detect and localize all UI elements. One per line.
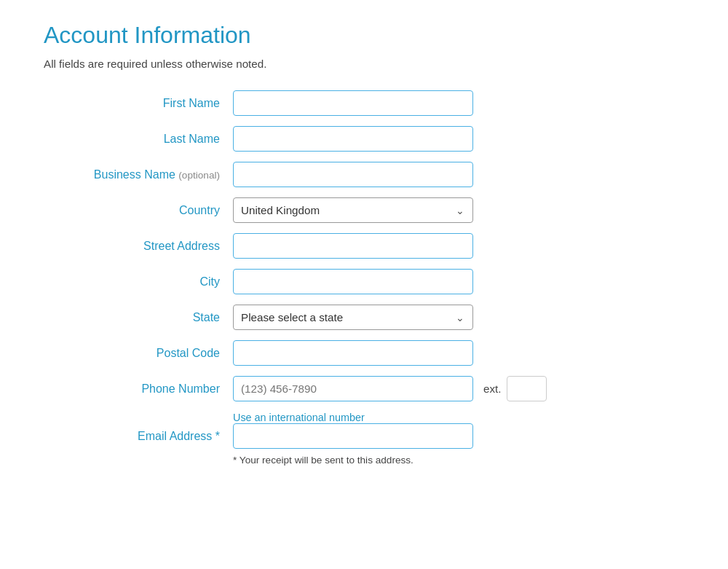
phone-number-row: Phone Number ext. bbox=[44, 376, 626, 401]
state-select-wrapper: Please select a stateAlabamaAlaskaArizon… bbox=[233, 305, 473, 330]
postal-code-row: Postal Code bbox=[44, 340, 626, 366]
street-address-label: Street Address bbox=[44, 240, 233, 253]
street-address-row: Street Address bbox=[44, 233, 626, 259]
last-name-row: Last Name bbox=[44, 126, 626, 152]
intl-number-link[interactable]: Use an international number bbox=[233, 412, 626, 423]
city-input[interactable] bbox=[233, 269, 473, 294]
city-label: City bbox=[44, 275, 233, 289]
first-name-input[interactable] bbox=[233, 90, 473, 116]
business-name-label: Business Name (optional) bbox=[44, 168, 233, 181]
receipt-note: * Your receipt will be sent to this addr… bbox=[233, 453, 473, 467]
last-name-label: Last Name bbox=[44, 133, 233, 146]
phone-number-label: Phone Number bbox=[44, 382, 233, 396]
last-name-input[interactable] bbox=[233, 126, 473, 152]
ext-label: ext. bbox=[483, 382, 501, 395]
state-select[interactable]: Please select a stateAlabamaAlaskaArizon… bbox=[233, 305, 473, 330]
phone-number-input[interactable] bbox=[233, 376, 473, 401]
first-name-row: First Name bbox=[44, 90, 626, 116]
state-row: State Please select a stateAlabamaAlaska… bbox=[44, 305, 626, 330]
business-name-row: Business Name (optional) bbox=[44, 162, 626, 187]
country-select[interactable]: United StatesUnited KingdomCanadaAustral… bbox=[233, 197, 473, 223]
country-select-wrapper: United StatesUnited KingdomCanadaAustral… bbox=[233, 197, 473, 223]
email-address-input[interactable] bbox=[233, 423, 473, 449]
country-row: Country United StatesUnited KingdomCanad… bbox=[44, 197, 626, 223]
first-name-label: First Name bbox=[44, 97, 233, 110]
page-subtitle: All fields are required unless otherwise… bbox=[44, 58, 626, 70]
page-title: Account Information bbox=[44, 22, 626, 49]
street-address-input[interactable] bbox=[233, 233, 473, 259]
email-address-label: Email Address * bbox=[44, 430, 233, 443]
city-row: City bbox=[44, 269, 626, 294]
state-label: State bbox=[44, 311, 233, 324]
postal-code-input[interactable] bbox=[233, 340, 473, 366]
country-label: Country bbox=[44, 204, 233, 217]
business-name-input[interactable] bbox=[233, 162, 473, 187]
account-information-form: Account Information All fields are requi… bbox=[44, 22, 626, 467]
email-address-row: Email Address * bbox=[44, 423, 626, 449]
postal-code-label: Postal Code bbox=[44, 347, 233, 360]
phone-field-group: ext. bbox=[233, 376, 547, 401]
ext-input[interactable] bbox=[507, 376, 547, 401]
